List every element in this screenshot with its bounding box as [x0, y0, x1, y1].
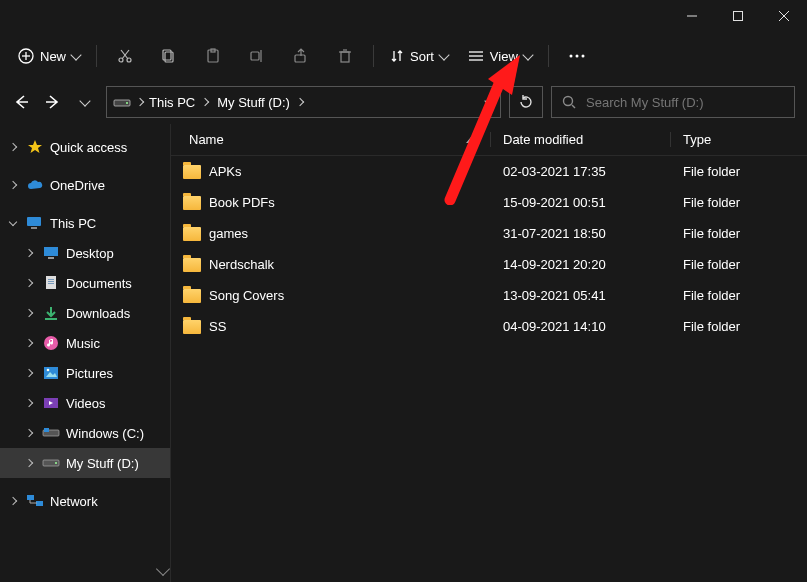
sidebar-item-videos[interactable]: Videos — [0, 388, 170, 418]
file-type: File folder — [671, 164, 807, 179]
file-name: SS — [209, 319, 226, 334]
minimize-button[interactable] — [669, 0, 715, 32]
chevron-right-icon — [201, 98, 209, 106]
file-date: 31-07-2021 18:50 — [491, 226, 671, 241]
svg-rect-50 — [27, 495, 34, 500]
recent-button[interactable] — [76, 93, 94, 111]
close-button[interactable] — [761, 0, 807, 32]
sidebar-item-this-pc[interactable]: This PC — [0, 208, 170, 238]
more-button[interactable] — [557, 38, 597, 74]
chevron-down-icon — [438, 49, 449, 60]
cloud-icon — [26, 176, 44, 194]
sidebar-item-label: Quick access — [50, 140, 127, 155]
address-bar[interactable]: This PC My Stuff (D:) — [106, 86, 501, 118]
breadcrumb-my-stuff[interactable]: My Stuff (D:) — [217, 95, 306, 110]
sidebar-item-my-stuff-d[interactable]: My Stuff (D:) — [0, 448, 170, 478]
expand-toggle[interactable] — [22, 430, 36, 436]
file-type: File folder — [671, 195, 807, 210]
ellipsis-icon — [569, 54, 585, 58]
sidebar-item-pictures[interactable]: Pictures — [0, 358, 170, 388]
titlebar — [0, 0, 807, 32]
file-date: 14-09-2021 20:20 — [491, 257, 671, 272]
copy-button[interactable] — [149, 38, 189, 74]
table-row[interactable]: Song Covers13-09-2021 05:41File folder — [171, 280, 807, 311]
sort-button[interactable]: Sort — [382, 38, 456, 74]
expand-toggle[interactable] — [22, 310, 36, 316]
chevron-right-icon — [25, 369, 33, 377]
svg-line-30 — [572, 105, 575, 108]
download-icon — [42, 304, 60, 322]
view-button[interactable]: View — [460, 38, 540, 74]
chevron-right-icon — [9, 181, 17, 189]
file-name: Book PDFs — [209, 195, 275, 210]
breadcrumb-label: My Stuff (D:) — [217, 95, 290, 110]
delete-button[interactable] — [325, 38, 365, 74]
table-row[interactable]: APKs02-03-2021 17:35File folder — [171, 156, 807, 187]
chevron-down-icon — [522, 49, 533, 60]
forward-button[interactable] — [44, 93, 62, 111]
search-input[interactable] — [586, 95, 784, 110]
sidebar-item-documents[interactable]: Documents — [0, 268, 170, 298]
refresh-button[interactable] — [509, 86, 543, 118]
desktop-icon — [42, 244, 60, 262]
chevron-right-icon — [25, 339, 33, 347]
chevron-down-icon[interactable] — [484, 95, 495, 106]
sidebar-item-windows-c[interactable]: Windows (C:) — [0, 418, 170, 448]
file-name: games — [209, 226, 248, 241]
expand-toggle[interactable] — [6, 144, 20, 150]
file-pane: Name Date modified Type APKs02-03-2021 1… — [170, 124, 807, 582]
divider — [373, 45, 374, 67]
maximize-button[interactable] — [715, 0, 761, 32]
table-row[interactable]: Nerdschalk14-09-2021 20:20File folder — [171, 249, 807, 280]
videos-icon — [42, 394, 60, 412]
chevron-down-icon — [70, 49, 81, 60]
sidebar-item-desktop[interactable]: Desktop — [0, 238, 170, 268]
refresh-icon — [518, 94, 534, 110]
search-box[interactable] — [551, 86, 795, 118]
expand-toggle[interactable] — [22, 340, 36, 346]
svg-point-49 — [55, 462, 57, 464]
expand-toggle[interactable] — [6, 222, 20, 225]
sidebar-item-quick-access[interactable]: Quick access — [0, 132, 170, 162]
folder-icon — [183, 320, 201, 334]
chevron-right-icon — [25, 399, 33, 407]
share-button[interactable] — [281, 38, 321, 74]
new-button[interactable]: New — [10, 38, 88, 74]
expand-toggle[interactable] — [22, 370, 36, 376]
column-name[interactable]: Name — [171, 132, 491, 147]
column-type[interactable]: Type — [671, 132, 807, 147]
sidebar-item-music[interactable]: Music — [0, 328, 170, 358]
cut-button[interactable] — [105, 38, 145, 74]
rename-button[interactable] — [237, 38, 277, 74]
expand-toggle[interactable] — [22, 250, 36, 256]
expand-toggle[interactable] — [22, 280, 36, 286]
file-date: 04-09-2021 14:10 — [491, 319, 671, 334]
svg-rect-32 — [27, 217, 41, 226]
expand-toggle[interactable] — [6, 498, 20, 504]
sidebar-item-label: OneDrive — [50, 178, 105, 193]
sidebar-scrollbar[interactable] — [156, 124, 170, 582]
svg-rect-37 — [48, 279, 54, 280]
sidebar-item-label: Videos — [66, 396, 106, 411]
chevron-right-icon — [9, 497, 17, 505]
expand-toggle[interactable] — [22, 460, 36, 466]
table-row[interactable]: Book PDFs15-09-2021 00:51File folder — [171, 187, 807, 218]
expand-toggle[interactable] — [6, 182, 20, 188]
column-date[interactable]: Date modified — [491, 132, 671, 147]
table-row[interactable]: SS04-09-2021 14:10File folder — [171, 311, 807, 342]
plus-circle-icon — [18, 48, 34, 64]
back-button[interactable] — [12, 93, 30, 111]
file-name: APKs — [209, 164, 242, 179]
svg-point-43 — [47, 369, 50, 372]
copy-icon — [161, 48, 177, 64]
paste-button[interactable] — [193, 38, 233, 74]
sidebar-item-onedrive[interactable]: OneDrive — [0, 170, 170, 200]
sidebar-item-downloads[interactable]: Downloads — [0, 298, 170, 328]
file-rows: APKs02-03-2021 17:35File folderBook PDFs… — [171, 156, 807, 342]
breadcrumb-this-pc[interactable]: This PC — [149, 95, 211, 110]
star-icon — [26, 138, 44, 156]
sidebar-item-network[interactable]: Network — [0, 486, 170, 516]
svg-rect-51 — [36, 501, 43, 506]
table-row[interactable]: games31-07-2021 18:50File folder — [171, 218, 807, 249]
expand-toggle[interactable] — [22, 400, 36, 406]
